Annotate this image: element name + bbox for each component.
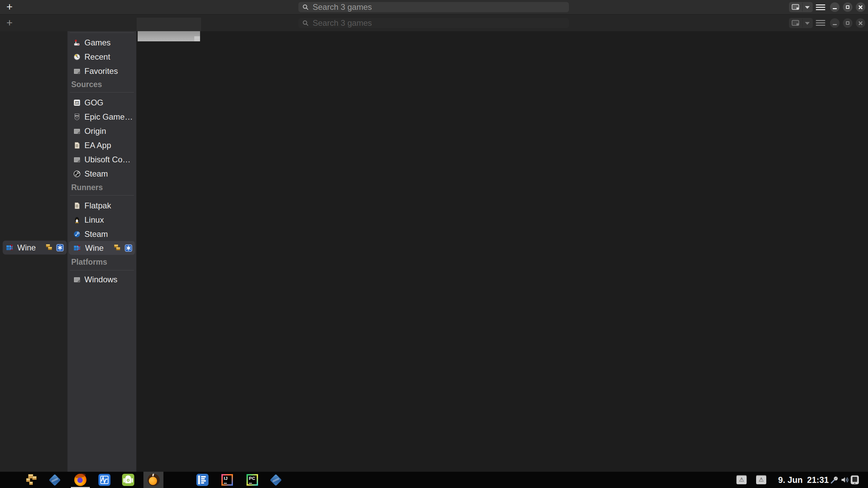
sidebar-item-ubisoft-connect[interactable]: Ubisoft Connect xyxy=(69,152,135,166)
add-game-button[interactable]: + xyxy=(3,0,16,14)
volume-icon[interactable] xyxy=(841,475,849,484)
system-monitor-icon xyxy=(98,474,111,486)
sidebar-item-label: Flatpak xyxy=(84,201,135,210)
search-input[interactable] xyxy=(298,2,569,12)
sidebar-item-ea-app[interactable]: EA App xyxy=(69,138,135,152)
close-button[interactable] xyxy=(856,2,865,12)
close-button-inactive[interactable] xyxy=(856,18,865,28)
sidebar-item-label: Ubisoft Connect xyxy=(84,155,135,164)
taskbar-app-pycharm[interactable]: PC xyxy=(243,472,262,488)
chevron-down-icon xyxy=(805,22,810,25)
game-cell-highlight[interactable] xyxy=(137,18,201,31)
taskbar-app-packages[interactable] xyxy=(22,472,41,488)
pycharm-icon: PC xyxy=(246,474,258,486)
view-mode-button[interactable] xyxy=(789,2,813,12)
sidebar-item-label: Steam xyxy=(84,169,135,179)
favorites-icon xyxy=(73,67,81,75)
menu-button-inactive[interactable] xyxy=(816,20,826,26)
divider xyxy=(802,19,803,27)
taskbar-app-android[interactable] xyxy=(119,472,138,488)
banner-view-icon xyxy=(792,4,799,10)
taskbar-app-reader[interactable] xyxy=(193,472,212,488)
dimmed-controls: + xyxy=(0,15,868,31)
taskbar-app-lutris[interactable] xyxy=(143,472,163,488)
ea-app-icon xyxy=(73,142,81,149)
sidebar-item-steam-runner[interactable]: Steam xyxy=(69,227,135,241)
reader-icon xyxy=(196,474,209,486)
ubisoft-connect-icon xyxy=(73,156,81,163)
wine-icon xyxy=(6,244,14,252)
taskbar-app-blue-diamond[interactable] xyxy=(45,472,64,488)
sidebar-item-wine-background[interactable]: Wine xyxy=(3,241,67,255)
maximize-button[interactable] xyxy=(843,2,852,12)
game-banner-placeholder[interactable] xyxy=(138,31,200,41)
sidebar-item-label: Origin xyxy=(84,126,135,136)
divider xyxy=(70,92,134,93)
sidebar-item-linux[interactable]: Linux xyxy=(69,213,135,227)
sidebar-item-label: Linux xyxy=(84,215,135,225)
headerbar-active: + xyxy=(0,0,868,14)
android-icon xyxy=(122,474,134,486)
flatpak-icon xyxy=(73,202,81,209)
view-mode-button-inactive[interactable] xyxy=(789,18,813,28)
tray-warning-icon-2[interactable]: ⚠ xyxy=(756,475,766,484)
sidebar-item-windows[interactable]: Windows xyxy=(69,272,135,286)
runner-config-icon[interactable] xyxy=(125,244,132,252)
search-input-inactive[interactable] xyxy=(298,18,569,28)
sidebar-item-label: EA App xyxy=(84,141,135,150)
maximize-button-inactive[interactable] xyxy=(843,18,852,28)
background-window-sidebar: Wine xyxy=(0,31,67,472)
sidebar-item-gog[interactable]: gog com GOG xyxy=(69,96,135,109)
divider xyxy=(70,33,134,33)
linux-tux-icon xyxy=(73,216,81,224)
sidebar-item-label: Favorites xyxy=(84,66,135,76)
taskbar-app-firefox[interactable] xyxy=(71,472,90,488)
runner-versions-icon[interactable] xyxy=(46,244,53,251)
epic-games-icon: EPIC xyxy=(73,113,81,121)
recent-icon xyxy=(73,53,81,61)
banner-missing-art-patch xyxy=(194,36,200,41)
blue-diamond-icon xyxy=(270,474,281,486)
minimize-button-inactive[interactable] xyxy=(830,18,840,28)
windows-platform-icon xyxy=(73,276,81,283)
add-game-button-inactive[interactable]: + xyxy=(3,15,16,31)
sidebar-item-flatpak[interactable]: Flatpak xyxy=(69,199,135,212)
taskbar-app-intellij[interactable]: IJ xyxy=(218,472,237,488)
sidebar-item-wine[interactable]: Wine xyxy=(69,241,135,255)
sidebar-item-games[interactable]: Games xyxy=(69,36,135,49)
sidebar-item-label: Games xyxy=(84,38,135,47)
sidebar-item-recent[interactable]: Recent xyxy=(69,50,135,64)
section-header-sources: Sources xyxy=(71,80,102,89)
clock-time: 21:31 xyxy=(807,475,829,485)
sidebar: Games Recent Favorites Sources gog xyxy=(67,31,136,472)
wine-icon xyxy=(73,244,81,252)
runner-versions-icon[interactable] xyxy=(114,244,121,251)
taskbar-clock[interactable]: 9. Jun 21:31 xyxy=(778,472,829,488)
tray-warning-icon[interactable]: ⚠ xyxy=(736,475,747,484)
divider xyxy=(70,195,134,196)
steam-blue-icon xyxy=(73,230,81,238)
minimize-button[interactable] xyxy=(830,2,840,12)
chevron-down-icon xyxy=(805,6,810,9)
search-box-inactive xyxy=(298,18,569,28)
desktop: { "header_active": { "add_button_glyph":… xyxy=(0,0,868,488)
taskbar-app-blue-diamond-2[interactable] xyxy=(266,472,285,488)
banner-view-icon xyxy=(792,20,799,26)
sidebar-item-steam-source[interactable]: Steam xyxy=(69,167,135,181)
screwdriver-icon[interactable] xyxy=(830,475,839,484)
taskbar-app-system-monitor[interactable] xyxy=(95,472,114,488)
sidebar-item-favorites[interactable]: Favorites xyxy=(69,64,135,78)
steam-icon xyxy=(73,170,81,178)
games-icon xyxy=(73,39,81,46)
sidebar-item-label: GOG xyxy=(84,98,135,107)
headerbar-inactive: + xyxy=(0,14,868,31)
sidebar-item-epic-games-store[interactable]: EPIC Epic Games Sto… xyxy=(69,110,135,124)
menu-button[interactable] xyxy=(816,4,826,10)
clock-date: 9. Jun xyxy=(778,475,803,485)
phone-device-icon[interactable] xyxy=(851,475,859,484)
divider xyxy=(802,3,803,12)
search-icon xyxy=(302,20,309,26)
sidebar-item-origin[interactable]: Origin xyxy=(69,124,135,138)
blue-diamond-icon xyxy=(48,474,60,486)
runner-config-icon[interactable] xyxy=(56,244,64,251)
